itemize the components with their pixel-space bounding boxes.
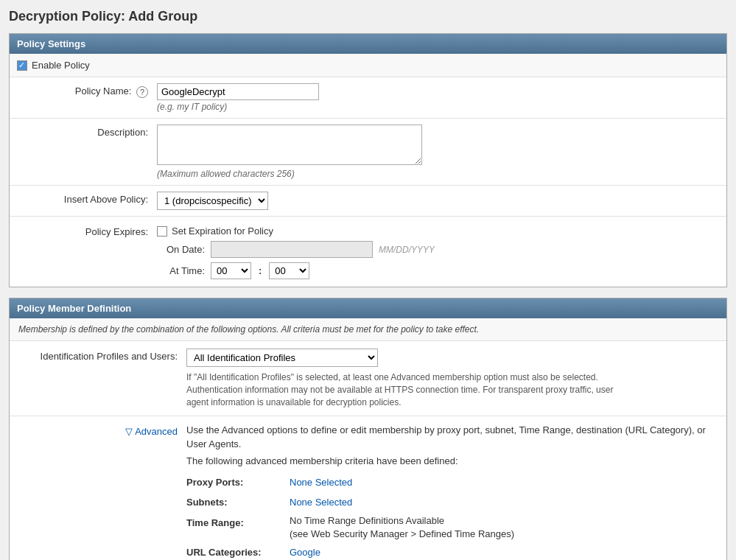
advanced-criteria-title: The following advanced membership criter… [186,455,719,466]
policy-name-row: Policy Name: ? (e.g. my IT policy) [10,77,726,119]
advanced-row: ▽ Advanced Use the Advanced options to d… [10,416,726,560]
subnets-key: Subnets: [186,494,290,511]
advanced-toggle[interactable]: ▽ Advanced [125,426,178,437]
policy-member-header: Policy Member Definition [10,298,726,318]
description-hint: (Maximum allowed characters 256) [157,169,719,179]
insert-above-select[interactable]: 1 (dropciscospecific) [157,192,268,210]
description-label: Description: [10,125,157,138]
criteria-subnets: Subnets: None Selected [186,494,719,511]
enable-policy-label: Enable Policy [32,60,90,71]
policy-name-label: Policy Name: ? [10,83,157,98]
proxy-ports-key: Proxy Ports: [186,474,290,491]
date-input[interactable] [211,241,373,258]
insert-above-label: Insert Above Policy: [10,192,157,205]
criteria-url-categories: URL Categories: Google [186,544,719,560]
advanced-content: Use the Advanced options to define or ed… [186,424,726,560]
url-categories-value[interactable]: Google [290,544,320,560]
insert-above-control: 1 (dropciscospecific) [157,192,726,210]
proxy-ports-value[interactable]: None Selected [290,474,352,491]
url-categories-key: URL Categories: [186,544,290,560]
policy-name-control: (e.g. my IT policy) [157,83,726,112]
subnets-value[interactable]: None Selected [290,494,352,511]
policy-member-section: Policy Member Definition Membership is d… [9,298,727,560]
membership-info: Membership is defined by the combination… [10,318,726,341]
on-date-label: On Date: [157,244,205,255]
advanced-desc1: Use the Advanced options to define or ed… [186,424,719,450]
description-row: Description: (Maximum allowed characters… [10,119,726,186]
time-range-value: No Time Range Definitions Available (see… [290,514,514,541]
id-profiles-select[interactable]: All Identification Profiles [186,349,378,367]
date-format-hint: MM/DD/YYYY [379,245,435,255]
policy-expires-row: Policy Expires: Set Expiration for Polic… [10,217,726,287]
time-hour-select[interactable]: 00010203 04050607 08091011 12131415 1617… [211,262,251,279]
id-profiles-label: Identification Profiles and Users: [10,349,186,362]
policy-expires-control: Set Expiration for Policy On Date: MM/DD… [157,224,726,279]
criteria-table: Proxy Ports: None Selected Subnets: None… [186,474,719,560]
advanced-label: ▽ Advanced [10,424,186,437]
time-minute-select[interactable]: 00153045 [269,262,309,279]
insert-above-row: Insert Above Policy: 1 (dropciscospecifi… [10,186,726,217]
set-expiration-checkbox[interactable] [157,226,167,237]
id-profiles-control: All Identification Profiles If "All Iden… [186,349,726,408]
policy-settings-header: Policy Settings [10,34,726,54]
time-range-key: Time Range: [186,514,290,531]
description-control: (Maximum allowed characters 256) [157,125,726,179]
set-expiration-label: Set Expiration for Policy [172,225,273,237]
criteria-time-range: Time Range: No Time Range Definitions Av… [186,514,719,541]
id-profiles-info: If "All Identification Profiles" is sele… [186,371,614,408]
time-colon: : [259,265,262,276]
policy-expires-label: Policy Expires: [10,224,157,237]
enable-policy-checkbox[interactable] [17,60,27,71]
enable-policy-row: Enable Policy [10,54,726,77]
description-textarea[interactable] [157,125,422,165]
policy-name-hint: (e.g. my IT policy) [157,102,719,112]
policy-name-help-icon[interactable]: ? [136,86,148,98]
policy-name-input[interactable] [157,83,319,100]
page-title: Decryption Policy: Add Group [9,9,727,24]
policy-settings-section: Policy Settings Enable Policy Policy Nam… [9,33,727,287]
at-time-label: At Time: [157,265,205,276]
criteria-proxy-ports: Proxy Ports: None Selected [186,474,719,491]
id-profiles-row: Identification Profiles and Users: All I… [10,341,726,416]
